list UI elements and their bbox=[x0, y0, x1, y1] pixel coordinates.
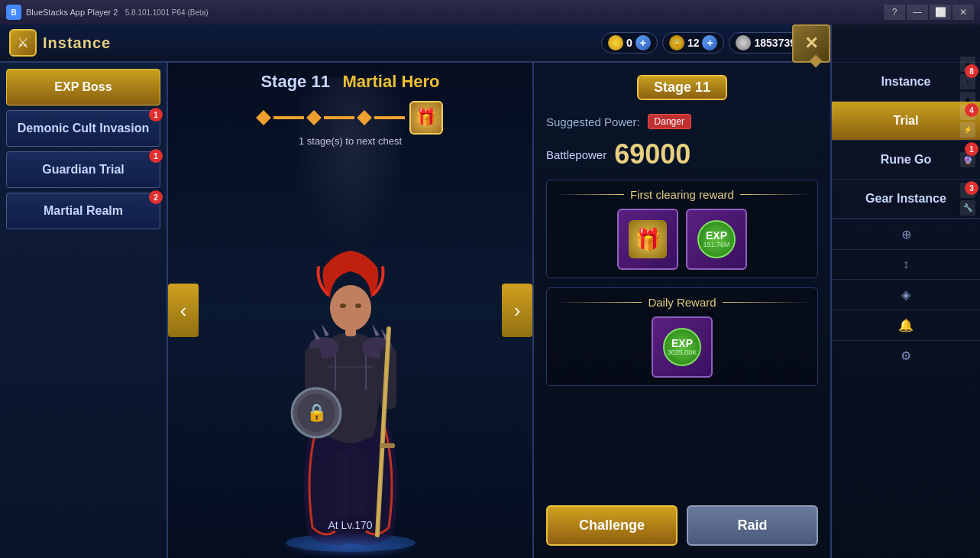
character-level: At Lv.170 bbox=[328, 519, 372, 531]
panel-stage-badge: Stage 11 bbox=[637, 75, 727, 100]
rp-extra-icon-2[interactable]: ↕ bbox=[832, 250, 980, 280]
rp-settings-icon[interactable]: ⚙ bbox=[832, 341, 980, 371]
challenge-button[interactable]: Challenge bbox=[546, 505, 678, 546]
svg-point-14 bbox=[330, 285, 371, 331]
svg-rect-22 bbox=[380, 443, 395, 448]
rp-extra-icon-3[interactable]: ◈ bbox=[832, 280, 980, 310]
exp-text-first: EXP bbox=[706, 230, 727, 241]
exp-reward-item-first: EXP 151.76M bbox=[686, 209, 747, 270]
close-button[interactable]: ✕ bbox=[953, 5, 974, 20]
prog-diamond-3 bbox=[357, 110, 372, 125]
rp-extra-icons: ⊕ ↕ ◈ 🔔 ⚙ bbox=[832, 219, 980, 558]
battlepower-value: 69000 bbox=[614, 138, 691, 170]
gold-add-button[interactable]: + bbox=[636, 35, 651, 50]
prog-line-3 bbox=[374, 116, 405, 119]
rp-item-trial[interactable]: 4 Trial 🗡 ⚡ bbox=[832, 102, 980, 141]
suggested-power-row: Suggested Power: Danger bbox=[546, 114, 818, 129]
gear-instance-badge: 3 bbox=[965, 181, 978, 195]
rp-gear-icon2: 🔧 bbox=[960, 200, 975, 216]
rp-label-gear-instance: Gear Instance bbox=[865, 192, 946, 206]
right-panel-header bbox=[832, 24, 980, 63]
svg-point-15 bbox=[340, 303, 346, 308]
action-buttons: Challenge Raid bbox=[546, 498, 818, 546]
minimize-button[interactable]: — bbox=[907, 5, 928, 20]
right-panel: 8 Instance ⊕ ↕ ◈ 4 Trial 🗡 ⚡ 1 Rune Go 🔮… bbox=[830, 24, 980, 558]
exp-val-daily: 3025.00K bbox=[668, 349, 697, 356]
first-clearing-reward-section: First clearing reward 🎁 EXP 151.76M bbox=[546, 180, 818, 278]
rp-label-trial: Trial bbox=[894, 114, 919, 128]
rp-trial-icon2: ⚡ bbox=[960, 122, 975, 138]
daily-reward-items: EXP 3025.00K bbox=[555, 316, 810, 378]
svg-text:🔒: 🔒 bbox=[306, 402, 327, 423]
svg-marker-7 bbox=[312, 329, 320, 340]
prog-diamond-2 bbox=[306, 110, 322, 125]
stages-to-chest: 1 stage(s) to next chest bbox=[299, 135, 402, 147]
guardian-trial-badge: 1 bbox=[149, 149, 163, 163]
app-title: BlueStacks App Player 2 5.8.101.1001 P64… bbox=[26, 8, 884, 17]
stage-header: Stage 11 Martial Hero bbox=[168, 72, 532, 92]
gold-value: 0 bbox=[626, 37, 632, 49]
character-svg: 🔒 bbox=[267, 237, 435, 558]
daily-reward-section: Daily Reward EXP 3025.00K bbox=[546, 287, 818, 386]
prog-diamond-1 bbox=[256, 110, 271, 125]
sidebar-item-martial-realm[interactable]: Martial Realm 2 bbox=[6, 193, 160, 229]
gold-currency: 0 + bbox=[601, 32, 658, 54]
rp-item-instance[interactable]: 8 Instance ⊕ ↕ ◈ bbox=[832, 63, 980, 102]
topbar: Instance 0 + 12 + 1853739 + bbox=[0, 24, 830, 63]
stage-next-button[interactable]: › bbox=[502, 284, 532, 337]
sidebar-item-guardian-trial[interactable]: Guardian Trial 1 bbox=[6, 151, 160, 188]
progress-bar: 🎁 bbox=[258, 101, 443, 135]
locked-add-button[interactable]: + bbox=[702, 35, 717, 50]
silver-value: 1853739 bbox=[754, 37, 796, 49]
rp-item-gear-instance[interactable]: 3 Gear Instance ⚙ 🔧 bbox=[832, 180, 980, 219]
exp-circle-daily: EXP 3025.00K bbox=[663, 328, 701, 366]
instance-icon bbox=[9, 29, 37, 57]
danger-badge: Danger bbox=[648, 114, 691, 129]
gold-coin-icon bbox=[608, 35, 623, 50]
suggested-power-label: Suggested Power: bbox=[546, 115, 640, 128]
center-stage: Stage 11 Martial Hero 🎁 1 stage(s) to ne… bbox=[168, 63, 532, 558]
first-clearing-title: First clearing reward bbox=[555, 188, 810, 201]
exp-val-first: 151.76M bbox=[703, 241, 729, 248]
help-button[interactable]: ? bbox=[884, 5, 905, 20]
svg-point-16 bbox=[355, 303, 361, 308]
restore-button[interactable]: ⬜ bbox=[930, 5, 951, 20]
panel-stage-header: Stage 11 bbox=[546, 75, 818, 105]
rune-go-badge: 1 bbox=[965, 142, 978, 156]
info-panel: Stage 11 Suggested Power: Danger Battlep… bbox=[532, 63, 830, 558]
raid-button[interactable]: Raid bbox=[687, 505, 818, 546]
locked-coin-icon bbox=[669, 35, 684, 50]
rp-extra-icon-4[interactable]: 🔔 bbox=[832, 310, 980, 341]
svg-marker-9 bbox=[372, 324, 380, 336]
rp-extra-icon-1[interactable]: ⊕ bbox=[832, 219, 980, 250]
sidebar: EXP Boss Demonic Cult Invasion 1 Guardia… bbox=[0, 63, 168, 558]
trial-badge: 4 bbox=[965, 103, 978, 117]
svg-marker-8 bbox=[322, 324, 329, 336]
exp-reward-item-daily: EXP 3025.00K bbox=[652, 316, 713, 378]
app-icon: B bbox=[6, 5, 21, 20]
demonic-cult-badge: 1 bbox=[149, 108, 163, 122]
window-controls: ? — ⬜ ✕ bbox=[884, 5, 974, 20]
instance-title-area: Instance bbox=[9, 29, 111, 57]
exp-circle-first: EXP 151.76M bbox=[697, 220, 736, 258]
close-instance-button[interactable] bbox=[792, 24, 830, 63]
main-area: EXP Boss Demonic Cult Invasion 1 Guardia… bbox=[0, 63, 830, 558]
martial-realm-badge: 2 bbox=[149, 190, 163, 204]
chest-reward-item: 🎁 bbox=[617, 209, 678, 270]
titlebar: B BlueStacks App Player 2 5.8.101.1001 P… bbox=[0, 0, 980, 24]
character-base bbox=[282, 535, 419, 558]
sidebar-item-demonic-cult[interactable]: Demonic Cult Invasion 1 bbox=[6, 110, 160, 147]
prog-line-2 bbox=[324, 116, 354, 119]
battlepower-row: Battlepower 69000 bbox=[546, 138, 818, 170]
prog-line-1 bbox=[273, 116, 304, 119]
stage-name: Martial Hero bbox=[342, 72, 439, 91]
rp-item-rune-go[interactable]: 1 Rune Go 🔮 bbox=[832, 141, 980, 180]
chest-icon: 🎁 bbox=[409, 101, 443, 135]
sidebar-item-exp-boss[interactable]: EXP Boss bbox=[6, 69, 160, 105]
currency-group: 0 + 12 + 1853739 + bbox=[601, 32, 821, 54]
topbar-title: Instance bbox=[43, 34, 111, 52]
stage-prev-button[interactable]: ‹ bbox=[168, 284, 199, 337]
battlepower-label: Battlepower bbox=[546, 148, 606, 161]
locked-value: 12 bbox=[687, 37, 700, 49]
silver-coin-icon bbox=[736, 35, 751, 50]
